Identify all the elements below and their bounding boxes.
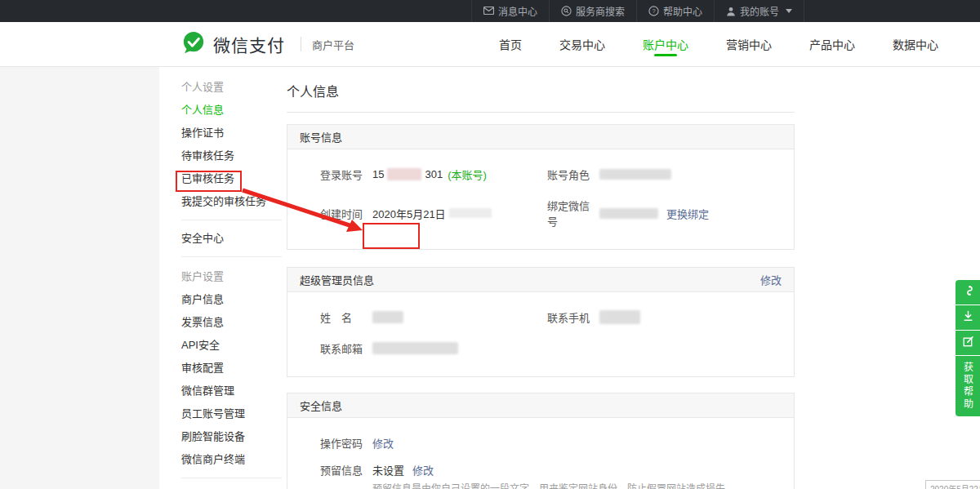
sidebar-item-personal-info[interactable]: 个人信息 (181, 99, 282, 122)
sidebar-item-reviewed-tasks[interactable]: 已审核任务 (181, 167, 282, 190)
nav-marketing-center[interactable]: 营销中心 (707, 22, 791, 66)
date-tooltip: 2020年5月22日 (925, 480, 980, 489)
security-info-card-body: 操作密码 修改 预留信息 未设置 修改 预留信息是由你自己设置的一段文字，用来鉴… (287, 418, 794, 489)
sidebar-item-face-smart-device[interactable]: 刷脸智能设备 (181, 425, 282, 448)
reserved-info-description: 预留信息是由你自己设置的一段文字，用来鉴定网站身份，防止假冒网站造成损失。 配置… (372, 482, 794, 489)
sidebar-divider (181, 256, 282, 257)
security-info-card: 安全信息 操作密码 修改 预留信息 未设置 修改 预留信息是由你自己设置的一段文… (287, 393, 795, 489)
redacted-login-middle (387, 168, 421, 180)
sidebar-item-wechat-merchant-terminal[interactable]: 微信商户终端 (181, 448, 282, 471)
login-account-value: 15 301 (本账号) (372, 167, 487, 182)
topbar: 消息中心 服务商搜索 ? 帮助中心 我的账号 (0, 0, 980, 22)
bound-wechat-label: 绑定微信号 (547, 198, 599, 229)
sidebar-item-security-center[interactable]: 安全中心 (181, 227, 282, 250)
redacted-contact-phone (599, 310, 640, 324)
page-title: 个人信息 (287, 67, 795, 112)
change-binding-link[interactable]: 更换绑定 (666, 206, 709, 221)
topbar-message-center[interactable]: 消息中心 (471, 0, 549, 22)
wechat-pay-logo (181, 30, 206, 58)
description-line: 预留信息是由你自己设置的一段文字，用来鉴定网站身份，防止假冒网站造成损失。 (372, 482, 794, 489)
topbar-item-label: 消息中心 (498, 4, 537, 18)
sidebar-group-account-settings: 账户设置 (181, 265, 282, 288)
sidebar: 个人设置 个人信息 操作证书 待审核任务 已审核任务 我提交的审核任务 安全中心… (181, 67, 282, 485)
security-info-card-header: 安全信息 (287, 393, 794, 418)
nav-account-center[interactable]: 账户中心 (624, 22, 707, 66)
sidebar-item-api-security[interactable]: API安全 (181, 334, 282, 357)
sidebar-item-invoice-info[interactable]: 发票信息 (181, 311, 282, 334)
sidebar-group-personal-settings: 个人设置 (181, 76, 282, 99)
get-help-button[interactable]: 获取帮助 (956, 356, 980, 416)
brand-divider (301, 37, 301, 51)
account-info-card: 账号信息 登录账号 15 301 (本账号) (287, 124, 795, 250)
redacted-created-extra (449, 208, 492, 218)
wechat-pay-merchant-page: 消息中心 服务商搜索 ? 帮助中心 我的账号 微信支付 (0, 0, 980, 489)
topbar-item-label: 帮助中心 (663, 4, 702, 18)
sidebar-divider (181, 478, 282, 478)
brand-portal: 商户平台 (312, 37, 354, 52)
section-title: 安全信息 (300, 398, 342, 413)
sidebar-item-review-config[interactable]: 审核配置 (181, 357, 282, 380)
sidebar-item-my-submitted-review-tasks[interactable]: 我提交的审核任务 (181, 190, 282, 213)
sidebar-item-operation-certificate[interactable]: 操作证书 (181, 122, 282, 144)
redacted-contact-email (372, 342, 458, 354)
nav-home[interactable]: 首页 (480, 22, 541, 66)
account-info-card-header: 账号信息 (287, 125, 794, 149)
primary-nav: 首页 交易中心 账户中心 营销中心 产品中心 数据中心 (480, 22, 957, 66)
current-account-note: (本账号) (448, 167, 487, 182)
question-circle-icon: ? (648, 6, 659, 16)
sidebar-item-wechat-group-management[interactable]: 微信群管理 (181, 380, 282, 402)
quick-link-button[interactable] (956, 280, 980, 305)
redacted-admin-name (372, 311, 403, 323)
created-time-value: 2020年5月21日 (372, 206, 492, 221)
created-time-label: 创建时间 (320, 206, 372, 221)
feedback-icon (962, 336, 974, 351)
topbar-item-label: 我的账号 (740, 4, 779, 18)
account-info-card-body: 登录账号 15 301 (本账号) 账号角色 (287, 149, 794, 249)
change-password-link[interactable]: 修改 (372, 435, 394, 451)
chevron-down-icon (786, 9, 792, 13)
mail-icon (483, 7, 494, 16)
account-role-label: 账号角色 (547, 167, 599, 182)
login-account-label: 登录账号 (320, 167, 372, 182)
reserved-info-value: 未设置 (372, 462, 404, 478)
link-icon (962, 284, 974, 300)
nav-data-center[interactable]: 数据中心 (874, 22, 957, 66)
reserved-info-label: 预留信息 (320, 462, 372, 478)
section-title: 超级管理员信息 (300, 272, 374, 287)
edit-super-admin-link[interactable]: 修改 (760, 272, 782, 287)
super-admin-card-header: 超级管理员信息 修改 (287, 268, 794, 292)
topbar-help-center[interactable]: ? 帮助中心 (636, 0, 714, 22)
download-button[interactable] (956, 305, 980, 330)
contact-phone-label: 联系手机 (547, 309, 599, 325)
section-title: 账号信息 (300, 129, 342, 144)
sidebar-item-pending-review-tasks[interactable]: 待审核任务 (181, 144, 282, 167)
topbar-my-account[interactable]: 我的账号 (714, 0, 804, 22)
title-divider (287, 112, 795, 113)
svg-text:?: ? (652, 7, 655, 15)
topbar-item-label: 服务商搜索 (576, 4, 625, 18)
sidebar-item-merchant-info[interactable]: 商户信息 (181, 288, 282, 311)
sidebar-item-staff-account-management[interactable]: 员工账号管理 (181, 402, 282, 425)
topbar-provider-search[interactable]: 服务商搜索 (549, 0, 636, 22)
header: 微信支付 商户平台 首页 交易中心 账户中心 营销中心 产品中心 数据中心 (0, 22, 980, 67)
feedback-button[interactable] (956, 331, 980, 355)
download-icon (962, 309, 974, 326)
left-gutter (0, 67, 159, 489)
set-reserved-info-link[interactable]: 修改 (412, 462, 434, 478)
super-admin-card-body: 姓 名 联系手机 联系邮箱 (287, 292, 794, 376)
contact-email-label: 联系邮箱 (320, 340, 372, 356)
sidebar-divider (181, 220, 282, 220)
nav-product-center[interactable]: 产品中心 (791, 22, 874, 66)
redacted-account-role (599, 169, 671, 180)
main-content: 个人信息 账号信息 登录账号 15 301 ( (287, 67, 795, 489)
admin-name-label: 姓 名 (320, 309, 372, 325)
floating-help-bar: 获取帮助 (956, 280, 980, 416)
nav-transaction-center[interactable]: 交易中心 (541, 22, 624, 66)
brand[interactable]: 微信支付 商户平台 (181, 22, 354, 66)
super-admin-card: 超级管理员信息 修改 姓 名 联系手机 (287, 267, 795, 377)
page-body: 个人设置 个人信息 操作证书 待审核任务 已审核任务 我提交的审核任务 安全中心… (0, 67, 980, 489)
redacted-bound-wechat (599, 208, 658, 219)
operation-password-label: 操作密码 (320, 435, 372, 451)
search-circle-icon (561, 6, 572, 16)
brand-name: 微信支付 (213, 32, 285, 56)
